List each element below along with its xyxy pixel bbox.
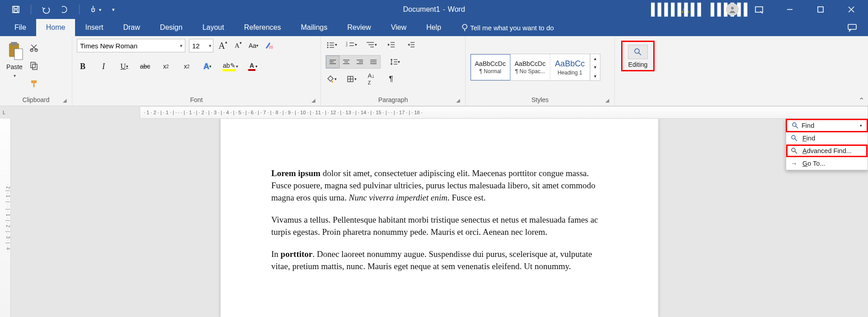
svg-line-59 (639, 53, 641, 55)
multilevel-list-icon[interactable]: ▾ (365, 39, 377, 51)
svg-rect-11 (848, 24, 856, 29)
tell-me[interactable] (454, 19, 593, 36)
close-button[interactable] (841, 0, 862, 19)
styles-launcher-icon[interactable]: ◢ (605, 98, 612, 104)
format-painter-icon[interactable] (28, 78, 40, 89)
superscript-button[interactable]: x2 (181, 61, 193, 72)
tab-draw[interactable]: Draw (113, 19, 150, 36)
undo-icon[interactable] (40, 4, 52, 15)
clipboard-launcher-icon[interactable]: ◢ (63, 98, 69, 104)
window-title: Document1 - Word (403, 5, 465, 14)
font-name-combo[interactable]: ▾ (77, 39, 185, 52)
line-spacing-icon[interactable]: ▾ (389, 56, 401, 68)
touch-mode-icon[interactable]: ▾ (89, 4, 101, 15)
font-color-icon[interactable]: A▾ (247, 61, 259, 72)
customize-qat-icon[interactable]: ▾ (108, 4, 119, 15)
styles-label: Styles (531, 96, 548, 103)
tab-home[interactable]: Home (36, 19, 75, 36)
title-bar: ▾ ▾ Document1 - Word ⚠ ▌▌▌▌▌▌▌▌ ▌▌▌▌▌▌ (0, 0, 868, 19)
tab-references[interactable]: References (234, 19, 291, 36)
app-name: Word (448, 5, 465, 14)
align-group (326, 55, 381, 69)
paragraph-2: Vivamus a tellus. Pellentesque habitant … (271, 214, 608, 238)
change-case-icon[interactable]: Aa▾ (248, 40, 259, 51)
tab-help[interactable]: Help (416, 19, 451, 36)
bullets-icon[interactable]: ▾ (326, 39, 337, 51)
maximize-button[interactable] (810, 0, 831, 19)
font-name-input[interactable] (77, 39, 177, 52)
show-marks-icon[interactable]: ¶ (385, 73, 397, 85)
account-avatar[interactable] (726, 3, 739, 16)
lightbulb-icon (460, 23, 469, 32)
font-size-combo[interactable]: ▾ (189, 39, 213, 52)
strikethrough-button[interactable]: abc (139, 61, 151, 72)
subscript-button[interactable]: x2 (160, 61, 172, 72)
highlight-icon[interactable]: ab✎▾ (222, 61, 238, 72)
bold-button[interactable]: B (77, 61, 89, 72)
borders-icon[interactable]: ▾ (345, 73, 357, 85)
style-heading-1[interactable]: AaBbCc Heading 1 (550, 54, 590, 80)
vertical-ruler[interactable]: · 2 | · 1 · | · · | · 1 · | · 2 · | · 3 … (0, 119, 11, 317)
svg-text:2: 2 (346, 44, 348, 47)
minimize-button[interactable] (779, 0, 800, 19)
align-center-button[interactable] (340, 56, 353, 68)
tab-file[interactable]: File (5, 19, 36, 36)
font-size-input[interactable] (189, 39, 208, 52)
paste-label: Paste (6, 63, 23, 70)
underline-button[interactable]: U▾ (118, 61, 130, 72)
style-gallery-more[interactable]: ▴▾▾ (590, 54, 600, 80)
ribbon: Paste ▾ Clipboard◢ ▾ ▾ A▴ A▾ Aa▾ B (0, 36, 868, 106)
paste-button[interactable]: Paste ▾ (5, 41, 24, 78)
tab-design[interactable]: Design (150, 19, 193, 36)
italic-button[interactable]: I (98, 61, 109, 72)
redo-icon[interactable] (58, 4, 70, 15)
font-label: Font (190, 96, 203, 103)
svg-point-9 (462, 24, 467, 29)
tab-layout[interactable]: Layout (193, 19, 234, 36)
text-effects-icon[interactable]: A▾ (202, 61, 213, 72)
numbering-icon[interactable]: 12▾ (345, 39, 357, 51)
find-split-button[interactable]: Find ▾ (786, 119, 868, 132)
group-styles: AaBbCcDc ¶ Normal AaBbCcDc ¶ No Spac... … (466, 36, 615, 106)
tell-me-input[interactable] (469, 23, 587, 32)
sort-icon[interactable]: A↓Z (365, 73, 377, 85)
paragraph-label: Paragraph (378, 96, 408, 103)
search-icon (791, 147, 798, 154)
find-menu-find[interactable]: Find (786, 132, 868, 145)
page[interactable]: Lorem ipsum dolor sit amet, consectetuer… (221, 119, 658, 317)
align-justify-button[interactable] (367, 56, 380, 68)
shading-icon[interactable]: ▾ (326, 73, 337, 85)
tab-review[interactable]: Review (337, 19, 381, 36)
grow-font-icon[interactable]: A▴ (217, 40, 229, 51)
cut-icon[interactable] (28, 42, 40, 53)
tab-mailings[interactable]: Mailings (291, 19, 338, 36)
find-menu-advanced[interactable]: Advanced Find... (786, 145, 868, 157)
find-menu-goto[interactable]: → Go To... (786, 157, 868, 170)
clear-formatting-icon[interactable] (263, 40, 275, 51)
tab-view[interactable]: View (381, 19, 416, 36)
search-icon (633, 47, 642, 56)
paragraph-3: In porttitor. Donec laoreet nonummy augu… (271, 248, 608, 273)
comments-icon[interactable] (842, 19, 863, 36)
font-launcher-icon[interactable]: ◢ (311, 98, 318, 104)
copy-icon[interactable] (28, 60, 40, 71)
align-left-button[interactable] (326, 56, 340, 68)
save-icon[interactable] (10, 4, 22, 15)
paragraph-launcher-icon[interactable]: ◢ (456, 98, 462, 104)
style-no-spacing[interactable]: AaBbCcDc ¶ No Spac... (510, 54, 550, 80)
svg-rect-0 (13, 6, 19, 13)
document-area[interactable]: Lorem ipsum dolor sit amet, consectetuer… (11, 119, 868, 317)
tab-selector[interactable]: L (0, 106, 140, 119)
decrease-indent-icon[interactable] (385, 39, 397, 51)
editing-button[interactable]: Editing (621, 41, 655, 71)
shrink-font-icon[interactable]: A▾ (232, 40, 244, 51)
group-font: ▾ ▾ A▴ A▾ Aa▾ B I U▾ abc x2 x2 A▾ ab✎▾ A… (72, 36, 321, 106)
horizontal-ruler[interactable]: · 1 · 2 · | · 1 · | · · · | · 1 · | · 2 … (140, 106, 868, 119)
svg-rect-20 (269, 46, 273, 49)
increase-indent-icon[interactable] (405, 39, 417, 51)
ribbon-display-options-icon[interactable] (749, 0, 769, 19)
style-normal[interactable]: AaBbCcDc ¶ Normal (471, 54, 510, 80)
collapse-ribbon-icon[interactable]: ⌃ (859, 96, 864, 105)
align-right-button[interactable] (353, 56, 367, 68)
tab-insert[interactable]: Insert (75, 19, 113, 36)
